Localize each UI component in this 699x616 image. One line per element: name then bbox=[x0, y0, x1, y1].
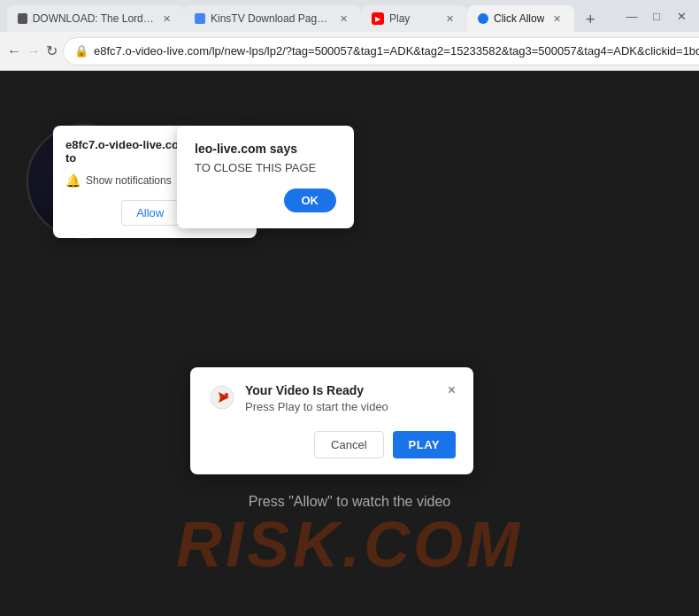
tab3-close[interactable]: ✕ bbox=[442, 12, 457, 26]
video-dialog-header: Your Video Is Ready Press Play to start … bbox=[208, 383, 456, 413]
bell-icon: 🔔 bbox=[65, 173, 81, 188]
tab-bar: DOWNLOAD: The Lord of t... ✕ KinsTV Down… bbox=[7, 0, 611, 32]
address-bar: ← → ↻ 🔒 e8fc7.o-video-live.com/lp/new-lp… bbox=[0, 32, 699, 71]
bird-icon bbox=[210, 385, 234, 410]
video-dialog-close-button[interactable]: × bbox=[448, 383, 456, 397]
tab2-favicon bbox=[195, 13, 205, 24]
video-dialog-content: Your Video Is Ready Press Play to start … bbox=[208, 383, 388, 413]
browser-window: DOWNLOAD: The Lord of t... ✕ KinsTV Down… bbox=[0, 0, 699, 616]
security-icon: 🔒 bbox=[74, 44, 88, 58]
watermark-text: RISK.COM bbox=[176, 508, 523, 581]
url-bar[interactable]: 🔒 e8fc7.o-video-live.com/lp/new-lps/lp2/… bbox=[63, 37, 699, 65]
svg-point-2 bbox=[225, 393, 228, 397]
video-dialog-icon bbox=[208, 383, 236, 412]
tab4-favicon bbox=[478, 13, 488, 24]
tab1-title: DOWNLOAD: The Lord of t... bbox=[33, 12, 154, 25]
close-button[interactable]: ✕ bbox=[671, 5, 692, 27]
cancel-button[interactable]: Cancel bbox=[314, 431, 383, 458]
alert-site: leo-live.com says bbox=[195, 142, 336, 156]
play-button[interactable]: PLAY bbox=[393, 431, 456, 458]
maximize-button[interactable]: □ bbox=[646, 5, 667, 27]
minimize-button[interactable]: — bbox=[621, 5, 642, 27]
window-controls: — □ ✕ bbox=[621, 5, 692, 27]
tab4-title: Click Allow bbox=[494, 12, 544, 25]
tab-2[interactable]: KinsTV Download Page —... ✕ bbox=[184, 5, 361, 32]
url-text: e8fc7.o-video-live.com/lp/new-lps/lp2/?t… bbox=[94, 44, 699, 58]
tab-4[interactable]: Click Allow ✕ bbox=[467, 5, 574, 32]
tab3-title: Play bbox=[389, 12, 410, 25]
back-button[interactable]: ← bbox=[7, 39, 21, 64]
tab2-close[interactable]: ✕ bbox=[336, 12, 350, 26]
reload-button[interactable]: ↻ bbox=[46, 39, 58, 64]
video-ready-dialog: Your Video Is Ready Press Play to start … bbox=[190, 367, 473, 474]
alert-ok-button[interactable]: OK bbox=[284, 189, 337, 212]
video-dialog-buttons: Cancel PLAY bbox=[208, 431, 456, 458]
forward-button[interactable]: → bbox=[27, 39, 41, 64]
tab2-title: KinsTV Download Page —... bbox=[211, 12, 331, 25]
video-ready-subtitle: Press Play to start the video bbox=[245, 400, 388, 413]
tab-1[interactable]: DOWNLOAD: The Lord of t... ✕ bbox=[7, 5, 184, 32]
page-content: ⌄ ≡ ↗ ⋮ RISK.COM Press "Allow" to watch … bbox=[0, 71, 699, 616]
tab1-favicon bbox=[18, 13, 27, 24]
tab-3[interactable]: ▶ Play ✕ bbox=[361, 5, 467, 32]
video-ready-title: Your Video Is Ready bbox=[245, 383, 388, 397]
alert-dialog: leo-live.com says TO CLOSE THIS PAGE OK bbox=[177, 126, 354, 228]
tab3-favicon: ▶ bbox=[372, 12, 384, 25]
video-dialog-texts: Your Video Is Ready Press Play to start … bbox=[245, 383, 388, 413]
notif-show-label: Show notifications bbox=[86, 174, 172, 187]
tab4-close[interactable]: ✕ bbox=[549, 12, 564, 26]
allow-button[interactable]: Allow bbox=[121, 200, 179, 226]
title-bar: DOWNLOAD: The Lord of t... ✕ KinsTV Down… bbox=[0, 0, 699, 32]
alert-message: TO CLOSE THIS PAGE bbox=[195, 161, 336, 174]
press-allow-text: Press "Allow" to watch the video bbox=[249, 494, 450, 510]
new-tab-button[interactable]: + bbox=[578, 7, 603, 32]
tab1-close[interactable]: ✕ bbox=[159, 12, 173, 26]
